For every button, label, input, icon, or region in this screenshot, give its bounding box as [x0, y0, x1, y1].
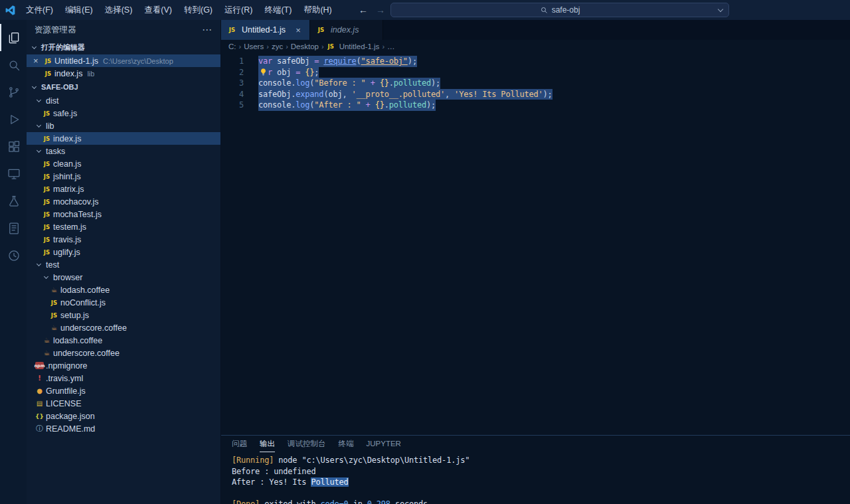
- travis-file-icon: !: [35, 373, 44, 384]
- tree-file-jshint.js[interactable]: JSjshint.js: [27, 170, 220, 183]
- tab-Untitled-1.js[interactable]: JSUntitled-1.js×: [221, 20, 310, 40]
- open-editor-desc: lib: [87, 70, 94, 78]
- tree-item-label: noConflict.js: [60, 298, 106, 307]
- tree-item-label: mochaTest.js: [53, 210, 102, 219]
- menu-edit[interactable]: 编辑(E): [59, 0, 99, 20]
- panel-tab-terminal[interactable]: 终端: [339, 436, 354, 452]
- panel-tab-problems[interactable]: 问题: [232, 436, 247, 452]
- open-editor-item[interactable]: ×JSUntitled-1.jsC:\Users\zyc\Desktop: [27, 54, 220, 67]
- open-editor-desc: C:\Users\zyc\Desktop: [103, 57, 173, 65]
- tree-file-package.json[interactable]: {}package.json: [27, 410, 220, 422]
- tree-file-LICENSE[interactable]: ▤LICENSE: [27, 397, 220, 410]
- notebook-icon: [7, 222, 21, 235]
- tree-file-clean.js[interactable]: JSclean.js: [27, 157, 220, 170]
- open-editors-list: ×JSUntitled-1.jsC:\Users\zyc\DesktopJSin…: [27, 54, 220, 80]
- nav-forward-button[interactable]: →: [376, 5, 385, 15]
- menu-file[interactable]: 文件(F): [20, 0, 59, 20]
- output-line: [Running] node "c:\Users\zyc\Desktop\Unt…: [232, 455, 850, 466]
- nav-back-button[interactable]: ←: [359, 5, 368, 15]
- menu-help[interactable]: 帮助(H): [298, 0, 337, 20]
- chevron-down-icon: [37, 98, 41, 102]
- tree-file-safe.js[interactable]: JSsafe.js: [27, 107, 220, 120]
- tree-item-label: lodash.coffee: [60, 286, 110, 295]
- menu-selection[interactable]: 选择(S): [99, 0, 139, 20]
- tree-file-testem.js[interactable]: JStestem.js: [27, 220, 220, 233]
- tree-file-underscore.coffee[interactable]: ☕underscore.coffee: [27, 321, 220, 334]
- activitybar-item-notebook[interactable]: [0, 214, 27, 242]
- tree-folder-test[interactable]: test: [27, 258, 220, 271]
- folder-root-header[interactable]: SAFE-OBJ: [27, 80, 220, 94]
- tree-folder-browser[interactable]: browser: [27, 271, 220, 284]
- tab-index.js[interactable]: JSindex.js: [310, 20, 383, 40]
- output-line: [232, 488, 850, 499]
- activitybar-item-history[interactable]: [0, 242, 27, 269]
- close-icon[interactable]: ×: [294, 25, 303, 35]
- output-console[interactable]: [Running] node "c:\Users\zyc\Desktop\Unt…: [221, 452, 850, 504]
- tree-file-mochacov.js[interactable]: JSmochacov.js: [27, 195, 220, 208]
- js-file-icon: JS: [44, 68, 52, 79]
- menu-terminal[interactable]: 终端(T): [258, 0, 298, 20]
- tree-folder-tasks[interactable]: tasks: [27, 145, 220, 157]
- open-editor-item[interactable]: JSindex.jslib: [27, 67, 220, 80]
- open-editors-label: 打开的编辑器: [41, 42, 85, 52]
- menu-goto[interactable]: 转到(G): [178, 0, 218, 20]
- json-file-icon: {}: [35, 411, 44, 422]
- tree-file-uglify.js[interactable]: JSuglify.js: [27, 246, 220, 258]
- tree-file-matrix.js[interactable]: JSmatrix.js: [27, 183, 220, 195]
- tree-file-noConflict.js[interactable]: JSnoConflict.js: [27, 296, 220, 309]
- activitybar-item-run-debug[interactable]: [0, 106, 27, 133]
- tree-file-lodash.coffee[interactable]: ☕lodash.coffee: [27, 334, 220, 347]
- lightbulb-icon[interactable]: [258, 67, 268, 77]
- tree-item-label: tasks: [46, 147, 65, 156]
- tree-file-setup.js[interactable]: JSsetup.js: [27, 309, 220, 321]
- tree-file-.travis.yml[interactable]: !.travis.yml: [27, 372, 220, 384]
- panel-tab-debug-console[interactable]: 调试控制台: [288, 436, 326, 452]
- activitybar-item-extensions[interactable]: [0, 133, 27, 160]
- tree-file-.npmignore[interactable]: npm.npmignore: [27, 359, 220, 372]
- breadcrumb-item[interactable]: JSUntitled-1.js: [326, 41, 381, 52]
- more-actions-icon[interactable]: ⋯: [202, 24, 212, 36]
- panel-tab-output[interactable]: 输出: [260, 436, 275, 452]
- chevron-down-icon: [44, 274, 48, 279]
- breadcrumb-item[interactable]: C:: [228, 42, 237, 50]
- panel-tab-jupyter[interactable]: JUPYTER: [367, 436, 401, 452]
- tree-folder-dist[interactable]: dist: [27, 94, 220, 107]
- breadcrumb-item[interactable]: zyc: [271, 42, 284, 50]
- tree-item-label: underscore.coffee: [53, 349, 120, 358]
- menu-view[interactable]: 查看(V): [138, 0, 178, 20]
- activitybar-item-testing[interactable]: [0, 187, 27, 214]
- activitybar-item-remote-explorer[interactable]: [0, 160, 27, 187]
- menu-run[interactable]: 运行(R): [218, 0, 258, 20]
- explorer-icon: [7, 31, 21, 44]
- file-tree: distJSsafe.jslibJSindex.jstasksJSclean.j…: [27, 94, 220, 435]
- tree-folder-lib[interactable]: lib: [27, 120, 220, 132]
- breadcrumb-item[interactable]: …: [386, 42, 396, 50]
- tree-file-underscore.coffee[interactable]: ☕underscore.coffee: [27, 347, 220, 359]
- readme-file-icon: ⓘ: [35, 424, 44, 434]
- js-file-icon: JS: [228, 25, 236, 35]
- activitybar-item-source-control[interactable]: [0, 78, 27, 106]
- tree-file-lodash.coffee[interactable]: ☕lodash.coffee: [27, 284, 220, 296]
- js-file-icon: JS: [42, 197, 51, 207]
- tree-file-index.js[interactable]: JSindex.js: [27, 132, 220, 145]
- line-number: 1: [221, 56, 258, 67]
- tree-file-travis.js[interactable]: JStravis.js: [27, 233, 220, 246]
- activitybar-item-search[interactable]: [0, 51, 27, 78]
- tree-file-mochaTest.js[interactable]: JSmochaTest.js: [27, 208, 220, 220]
- open-editors-header[interactable]: 打开的编辑器: [27, 40, 220, 54]
- tree-file-Gruntfile.js[interactable]: ●Gruntfile.js: [27, 384, 220, 397]
- tree-item-label: README.md: [46, 424, 95, 434]
- panel: 问题输出调试控制台终端JUPYTER [Running] node "c:\Us…: [221, 435, 850, 504]
- activitybar-item-explorer[interactable]: [0, 24, 27, 51]
- code-line: 3console.log("Before : " + {}.polluted);: [221, 78, 850, 89]
- breadcrumb-item[interactable]: Desktop: [290, 42, 319, 50]
- code-line-content: console.log("Before : " + {}.polluted);: [258, 78, 440, 89]
- tree-item-label: package.json: [46, 412, 95, 421]
- search-box[interactable]: safe-obj: [390, 3, 729, 17]
- tree-file-README.md[interactable]: ⓘREADME.md: [27, 422, 220, 435]
- breadcrumb-item[interactable]: Users: [243, 42, 264, 50]
- js-file-icon: JS: [50, 297, 58, 308]
- code-editor[interactable]: 1var safeObj = require("safe-obj");2var …: [221, 53, 850, 435]
- tree-item-label: Gruntfile.js: [46, 386, 86, 396]
- close-icon[interactable]: ×: [33, 56, 44, 66]
